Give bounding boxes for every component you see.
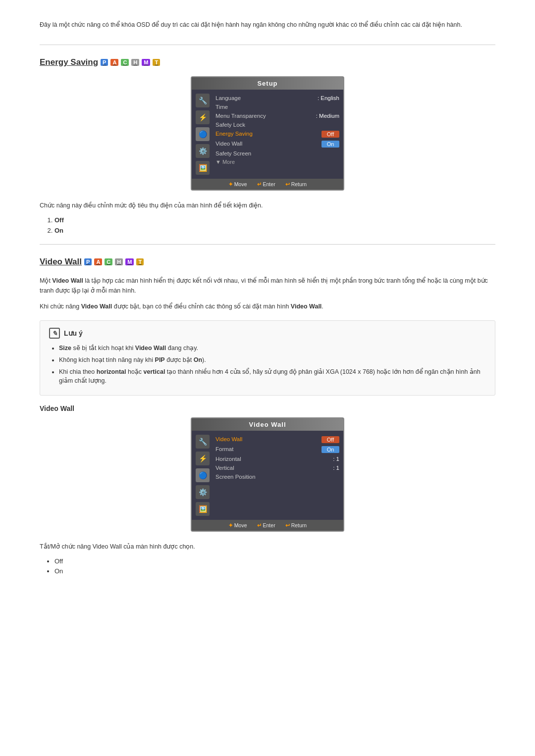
osd-icon-5: 🖼️ [196, 161, 210, 175]
vw-osd-row-vertical: Vertical : 1 [215, 463, 339, 472]
video-wall-desc1: Một Video Wall là tập hợp các màn hình h… [40, 276, 495, 296]
energy-saving-osd-menu: Setup 🔧 ⚡ 🔵 ⚙️ 🖼️ Language : English Tim… [191, 76, 344, 191]
vw-osd-label-screen-position: Screen Position [215, 474, 256, 480]
energy-saving-option-on: On [54, 227, 495, 234]
vw-badge-p: P [84, 258, 92, 265]
energy-saving-title: Energy Saving P A C H M T [40, 57, 495, 67]
vw-osd-icon-2: ⚡ [196, 452, 210, 465]
vw-osd-icon-list: 🔧 ⚡ 🔵 ⚙️ 🖼️ [196, 435, 212, 516]
vw-osd-row-format: Format On [215, 445, 339, 454]
video-wall-options: Off On [54, 557, 495, 575]
osd-value-menu-transparency: : Medium [316, 113, 339, 119]
vw-footer-move: ✦ Move [228, 522, 247, 528]
vw-option-off: Off [54, 557, 495, 565]
return-icon: ↩ [285, 181, 290, 187]
note-box: ✎ Lưu ý Size sẽ bị tắt kích hoạt khi Vid… [40, 320, 495, 396]
vw-option-on: On [54, 567, 495, 575]
note-item-3: Khi chia theo horizontal hoặc vertical t… [59, 367, 486, 386]
vw-osd-icon-3: 🔵 [196, 468, 210, 482]
osd-title-videowall: Video Wall [192, 418, 343, 431]
video-wall-desc2: Khi chức năng Video Wall được bật, bạn c… [40, 302, 495, 311]
badge-t: T [153, 59, 160, 66]
note-item-1: Size sẽ bị tắt kích hoạt khi Video Wall … [59, 344, 486, 353]
vw-enter-icon: ↵ [257, 522, 262, 528]
osd-label-time: Time [215, 104, 228, 110]
vw-badge-c: C [105, 258, 112, 265]
energy-saving-section: Energy Saving P A C H M T Setup 🔧 ⚡ 🔵 ⚙️… [40, 57, 495, 234]
osd-icon-3: 🔵 [196, 127, 210, 141]
return-label: Return [291, 181, 307, 187]
vw-osd-value-format: On [321, 446, 339, 453]
osd-footer: ✦ Move ↵ Enter ↩ Return [192, 179, 343, 190]
osd-value-energy-saving: Off [321, 131, 339, 138]
vw-badge-t: T [136, 258, 144, 265]
osd-row-safety-lock: Safety Lock [215, 120, 339, 129]
video-wall-section: Video Wall P A C H M T Một Video Wall là… [40, 257, 495, 575]
badge-p: P [101, 59, 108, 66]
badge-c: C [121, 59, 129, 66]
note-title: Lưu ý [64, 329, 83, 337]
vw-osd-icon-1: 🔧 [196, 435, 210, 449]
energy-saving-desc: Chức năng này điều chỉnh mức độ tiêu thụ… [40, 201, 495, 210]
divider-1 [40, 45, 495, 45]
note-icon: ✎ [49, 328, 60, 339]
badge-m: M [142, 59, 150, 66]
osd-more: ▼ More [215, 158, 339, 166]
osd-value-language: : English [318, 95, 339, 101]
enter-icon: ↵ [257, 181, 262, 187]
video-wall-title: Video Wall P A C H M T [40, 257, 495, 267]
note-list: Size sẽ bị tắt kích hoạt khi Video Wall … [59, 344, 486, 386]
osd-label-energy-saving: Energy Saving [215, 131, 253, 138]
vw-osd-value-vertical: : 1 [333, 465, 339, 471]
badge-a: A [110, 59, 118, 66]
video-wall-sub-title: Video Wall [40, 404, 495, 412]
vw-osd-footer: ✦ Move ↵ Enter ↩ Return [192, 520, 343, 531]
osd-row-video-wall: Video Wall On [215, 139, 339, 149]
vw-osd-value-horizontal: : 1 [333, 456, 339, 462]
osd-row-menu-transparency: Menu Transparency : Medium [215, 111, 339, 120]
osd-row-language: Language : English [215, 94, 339, 102]
osd-row-time: Time [215, 102, 339, 111]
vw-osd-row-screen-position: Screen Position [215, 472, 339, 481]
osd-label-safety-screen: Safety Screen [215, 151, 251, 156]
note-item-2: Không kích hoạt tính năng này khi PIP đư… [59, 355, 486, 365]
osd-icon-2: ⚡ [196, 110, 210, 124]
intro-text: Đây là một chức năng có thể khóa OSD để … [40, 20, 495, 30]
note-header: ✎ Lưu ý [49, 328, 486, 339]
badge-h: H [131, 59, 139, 66]
vw-footer-return: ↩ Return [285, 522, 307, 528]
vw-osd-label-vertical: Vertical [215, 465, 234, 471]
osd-value-video-wall: On [321, 141, 339, 148]
vw-move-label: Move [234, 522, 247, 528]
vw-badge-a: A [94, 258, 102, 265]
vw-badge-m: M [125, 258, 134, 265]
energy-saving-title-text: Energy Saving [40, 57, 98, 67]
enter-label: Enter [263, 181, 275, 187]
osd-icon-1: 🔧 [196, 94, 210, 107]
vw-osd-label-format: Format [215, 446, 233, 453]
osd-body: 🔧 ⚡ 🔵 ⚙️ 🖼️ Language : English Time Menu… [192, 90, 343, 179]
vw-osd-icon-5: 🖼️ [196, 502, 210, 516]
vw-osd-label-horizontal: Horizontal [215, 456, 241, 462]
move-icon: ✦ [228, 181, 233, 187]
energy-saving-options: Off On [54, 216, 495, 234]
osd-row-energy-saving: Energy Saving Off [215, 129, 339, 139]
move-label: Move [234, 181, 247, 187]
vw-osd-value-videowall: Off [321, 436, 339, 443]
osd-icon-4: ⚙️ [196, 144, 210, 158]
osd-content: Language : English Time Menu Transparenc… [215, 94, 339, 175]
osd-footer-return: ↩ Return [285, 181, 307, 187]
vw-osd-content: Video Wall Off Format On Horizontal : 1 … [215, 435, 339, 516]
vw-osd-label-videowall: Video Wall [215, 436, 242, 443]
vw-osd-row-videowall: Video Wall Off [215, 435, 339, 445]
vw-return-label: Return [291, 522, 307, 528]
vw-osd-row-horizontal: Horizontal : 1 [215, 454, 339, 463]
osd-title-setup: Setup [192, 77, 343, 90]
video-wall-title-text: Video Wall [40, 257, 82, 267]
osd-row-safety-screen: Safety Screen [215, 149, 339, 158]
vw-return-icon: ↩ [285, 522, 290, 528]
osd-label-menu-transparency: Menu Transparency [215, 113, 266, 119]
osd-label-language: Language [215, 95, 241, 101]
osd-icon-list: 🔧 ⚡ 🔵 ⚙️ 🖼️ [196, 94, 212, 175]
vw-footer-enter: ↵ Enter [257, 522, 275, 528]
